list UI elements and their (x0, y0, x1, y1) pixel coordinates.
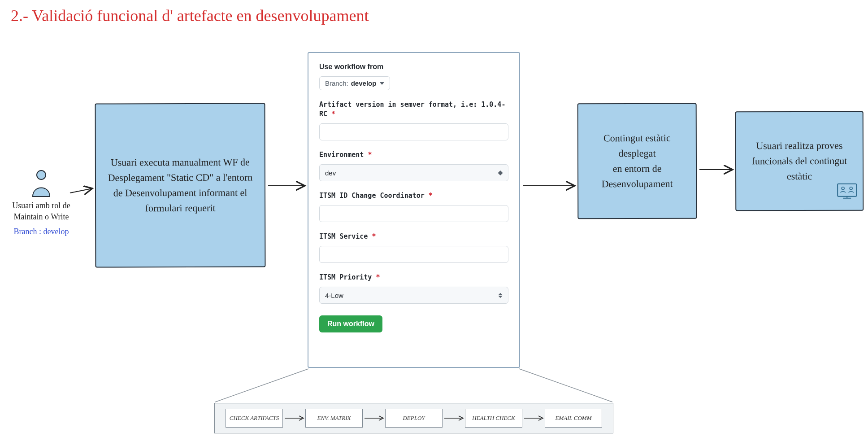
l1: Usuari realitza proves (756, 140, 842, 152)
l2: funcionals del contingut (752, 155, 847, 167)
chevron-down-icon (380, 82, 384, 85)
user-icon (31, 170, 52, 197)
svg-point-4 (842, 187, 844, 190)
step-content-deployed: Contingut estàtic desplegat en entorn de… (577, 103, 697, 219)
l4: Desenvolupament (602, 178, 673, 189)
arrow-right-icon (443, 415, 464, 422)
select-arrows-icon (498, 293, 503, 298)
actor-user: Usuari amb rol de Maintain o Write Branc… (5, 170, 77, 236)
svg-line-10 (215, 369, 308, 402)
pipeline-step-email-comm: EMAIL COMM (545, 409, 602, 428)
required-asterisk-icon: * (372, 232, 376, 240)
svg-point-0 (37, 170, 46, 179)
required-asterisk-icon: * (331, 110, 335, 118)
required-asterisk-icon: * (368, 151, 372, 159)
itsm-priority-label: ITSM Priority * (319, 273, 508, 282)
select-arrows-icon (498, 170, 503, 175)
required-asterisk-icon: * (376, 273, 380, 281)
step-content-deployed-text: Contingut estàtic desplegat en entorn de… (601, 131, 673, 192)
step-user-tests: Usuari realitza proves funcionals del co… (735, 111, 864, 211)
actor-caption-l1: Usuari amb rol de (12, 201, 70, 210)
monitor-icon (837, 183, 857, 205)
environment-label-text: Environment (319, 151, 364, 159)
use-workflow-from-label: Use workflow from (319, 63, 508, 71)
run-workflow-button[interactable]: Run workflow (319, 315, 382, 332)
environment-select[interactable]: dev (319, 164, 508, 181)
required-asterisk-icon: * (429, 192, 433, 200)
artifact-version-label: Artifact version in semver format, i.e: … (319, 100, 508, 119)
branch-picker-prefix: Branch: (325, 79, 348, 87)
arrow-right-icon (284, 415, 304, 422)
svg-point-5 (850, 187, 852, 190)
l2: desplegat (618, 148, 655, 159)
itsm-id-label-text: ITSM ID Change Coordinator (319, 192, 425, 200)
step-user-execute-wf-text: Usuari executa manualment WF de Desplega… (104, 154, 256, 216)
itsm-service-label-text: ITSM Service (319, 232, 368, 240)
branch-picker-value: develop (351, 79, 377, 87)
actor-caption-l2: Maintain o Write (14, 212, 69, 221)
pipeline-step-check-artifacts: CHECK ARTIFACTS (226, 409, 283, 428)
itsm-id-label: ITSM ID Change Coordinator * (319, 191, 508, 201)
itsm-id-input[interactable] (319, 205, 508, 222)
step-user-tests-text: Usuari realitza proves funcionals del co… (752, 138, 847, 184)
pipeline-step-env-matrix: ENV. MATRIX (305, 409, 363, 428)
svg-line-11 (519, 369, 612, 402)
step-user-execute-wf: Usuari executa manualment WF de Desplega… (95, 103, 266, 268)
itsm-service-label: ITSM Service * (319, 232, 508, 241)
l1: Contingut estàtic (603, 132, 671, 144)
arrow-right-icon (523, 415, 544, 422)
itsm-priority-select[interactable]: 4-Low (319, 287, 508, 304)
diagram-title: 2.- Validació funcional d' artefacte en … (11, 6, 369, 25)
itsm-priority-label-text: ITSM Priority (319, 273, 372, 281)
artifact-version-input[interactable] (319, 123, 508, 140)
l3: en entorn de (613, 163, 662, 174)
actor-branch: Branch : develop (14, 227, 69, 236)
pipeline-strip: CHECK ARTIFACTS ENV. MATRIX DEPLOY HEALT… (214, 403, 613, 433)
actor-caption: Usuari amb rol de Maintain o Write (12, 200, 70, 223)
artifact-version-label-text: Artifact version in semver format, i.e: … (319, 101, 505, 118)
workflow-form: Use workflow from Branch: develop Artifa… (308, 52, 520, 368)
environment-select-value: dev (325, 169, 336, 177)
arrow-right-icon (364, 415, 384, 422)
svg-rect-1 (838, 184, 856, 197)
itsm-priority-select-value: 4-Low (325, 292, 343, 299)
pipeline-step-health-check: HEALTH CHECK (465, 409, 522, 428)
l3: estàtic (787, 170, 812, 182)
environment-label: Environment * (319, 150, 508, 160)
itsm-service-input[interactable] (319, 246, 508, 263)
branch-picker[interactable]: Branch: develop (319, 76, 390, 90)
pipeline-step-deploy: DEPLOY (385, 409, 443, 428)
